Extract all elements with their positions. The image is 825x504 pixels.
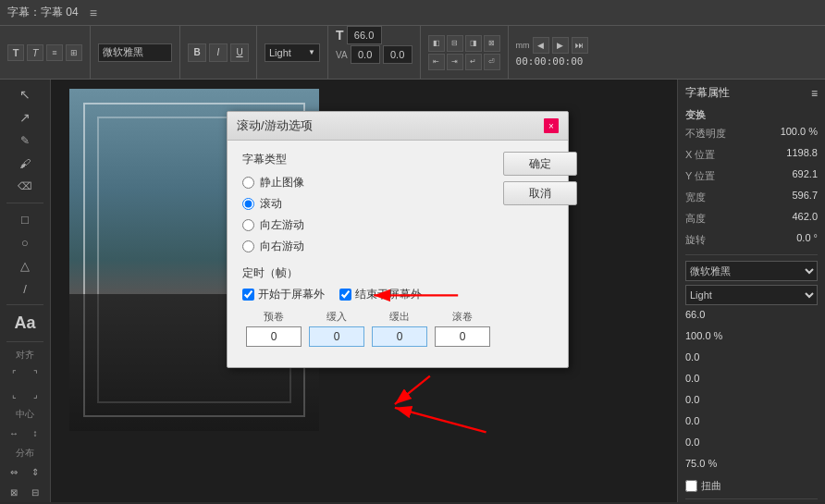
radio-crawl-right[interactable]: 向右游动 xyxy=(242,239,494,254)
center-h[interactable]: ↔ xyxy=(5,424,23,443)
postroll-label: 滚卷 xyxy=(452,310,473,324)
align-tr[interactable]: ⌝ xyxy=(26,365,44,384)
spacing-input[interactable] xyxy=(383,45,412,64)
dist-3[interactable]: ⊠ xyxy=(5,484,23,502)
radio-static[interactable]: 静止图像 xyxy=(242,175,494,191)
chevron-down-icon: ▼ xyxy=(308,48,315,56)
align-section-label: 对齐 xyxy=(16,349,34,362)
font-size-input[interactable] xyxy=(347,26,382,44)
radio-static-input[interactable] xyxy=(242,177,254,189)
start-screen-check[interactable]: 开始于屏幕外 xyxy=(242,287,325,302)
col-postroll: 滚卷 xyxy=(431,310,494,347)
easein-label: 缓入 xyxy=(326,310,347,324)
caption-type-label: 字幕类型 xyxy=(242,152,494,167)
panel-menu-icon[interactable]: ≡ xyxy=(811,87,818,100)
outdent2-icon[interactable]: ⏎ xyxy=(484,54,500,70)
right-style-select[interactable]: Light xyxy=(685,285,818,305)
easeout-input[interactable] xyxy=(372,326,427,347)
bold-button[interactable]: B xyxy=(188,43,206,62)
col-easeout: 缓出 xyxy=(368,310,431,347)
end-screen-checkbox[interactable] xyxy=(339,289,351,301)
ellipse-tool[interactable]: ○ xyxy=(10,233,40,252)
eraser-tool[interactable]: ⌫ xyxy=(10,177,40,196)
prop-01: 0.0 xyxy=(685,373,699,384)
rect-tool[interactable]: □ xyxy=(10,210,40,229)
aa-label[interactable]: Aa xyxy=(14,312,35,335)
timing-label: 定时（帧） xyxy=(242,265,494,281)
text-tool2-icon[interactable]: T xyxy=(27,44,43,61)
postroll-input[interactable] xyxy=(435,326,490,347)
preroll-label: 预卷 xyxy=(264,310,284,324)
align-center-icon[interactable]: ⊟ xyxy=(447,35,463,52)
prop-00: 0.0 xyxy=(685,351,699,363)
radio-scroll-input[interactable] xyxy=(242,198,254,210)
width-value: 596.7 xyxy=(792,190,818,201)
grid-icon[interactable]: ⊞ xyxy=(66,44,82,61)
opacity-label: 不透明度 xyxy=(685,127,726,141)
line-tool[interactable]: / xyxy=(10,279,40,299)
align-bl[interactable]: ⌞ xyxy=(5,386,23,404)
next-frame-icon[interactable]: ⏭ xyxy=(572,37,588,54)
font-name-display[interactable]: 微软雅黑 xyxy=(98,43,172,62)
align-justify-icon[interactable]: ⊠ xyxy=(484,35,500,52)
distribute-section-label: 分布 xyxy=(16,447,34,460)
align-br[interactable]: ⌟ xyxy=(26,386,44,404)
preroll-input[interactable] xyxy=(246,326,302,347)
right-percent-75: 75.0 % xyxy=(685,458,717,469)
col-easein: 缓入 xyxy=(305,310,368,347)
left-tools-panel: ↖ ↗ ✎ 🖌 ⌫ □ ○ △ / Aa 对齐 ⌜ ⌝ ⌞ ⌟ 中心 ↔ ↕ 分… xyxy=(0,80,51,502)
T-big-icon: T xyxy=(336,28,344,43)
timing-section: 定时（帧） 开始于屏幕外 结束于屏幕外 xyxy=(242,265,494,347)
font-style-label: Light xyxy=(269,47,291,58)
brush-tool[interactable]: 🖌 xyxy=(10,154,40,174)
arrow-tool[interactable]: ↗ xyxy=(10,108,40,128)
radio-scroll[interactable]: 滚动 xyxy=(242,196,494,212)
svg-line-3 xyxy=(395,408,486,433)
radio-crawl-left-input[interactable] xyxy=(242,219,254,231)
distort-checkbox[interactable] xyxy=(685,480,697,492)
italic-button[interactable]: I xyxy=(209,43,228,62)
center-v[interactable]: ↕ xyxy=(26,424,44,443)
dist-v[interactable]: ⇕ xyxy=(26,463,44,482)
indent-icon[interactable]: ⇤ xyxy=(428,54,445,70)
width-label: 宽度 xyxy=(685,191,706,204)
indent2-icon[interactable]: ⇥ xyxy=(447,54,463,70)
prev-frame-icon[interactable]: ◀ xyxy=(533,37,549,54)
align-left-icon[interactable]: ◧ xyxy=(428,35,445,52)
x-label: X 位置 xyxy=(685,148,715,162)
font-style-select[interactable]: Light ▼ xyxy=(265,43,320,62)
y-value: 692.1 xyxy=(792,168,818,179)
dist-4[interactable]: ⊟ xyxy=(26,484,44,502)
scroll-dialog[interactable]: 滚动/游动选项 × 字幕类型 静止图像 滚动 xyxy=(227,111,569,368)
dist-h[interactable]: ⇔ xyxy=(5,463,23,482)
underline-button[interactable]: U xyxy=(230,43,249,62)
cancel-button[interactable]: 取消 xyxy=(503,181,577,205)
distort-label: 扭曲 xyxy=(701,479,721,493)
right-font-select[interactable]: 微软雅黑 xyxy=(685,261,818,281)
height-label: 高度 xyxy=(685,212,706,226)
menu-icon[interactable]: ≡ xyxy=(90,6,97,20)
ok-button[interactable]: 确定 xyxy=(503,152,577,176)
end-screen-check[interactable]: 结束于屏幕外 xyxy=(339,287,422,302)
dialog-titlebar: 滚动/游动选项 × xyxy=(228,112,568,141)
text-tool-icon[interactable]: T xyxy=(7,44,24,61)
radio-crawl-left-label: 向左游动 xyxy=(260,217,304,233)
start-screen-checkbox[interactable] xyxy=(242,289,254,301)
triangle-tool[interactable]: △ xyxy=(10,256,40,276)
radio-crawl-right-input[interactable] xyxy=(242,240,254,252)
dialog-close-button[interactable]: × xyxy=(544,118,559,133)
align-tl[interactable]: ⌜ xyxy=(5,365,23,384)
align-right-icon[interactable]: ◨ xyxy=(465,35,482,52)
outdent-icon[interactable]: ↵ xyxy=(465,54,482,70)
select-tool[interactable]: ↖ xyxy=(10,85,40,104)
caption-type-group: 静止图像 滚动 向左游动 向右游动 xyxy=(242,175,494,254)
text-align-icon[interactable]: ≡ xyxy=(46,44,63,61)
pen-tool[interactable]: ✎ xyxy=(10,131,40,151)
play-icon[interactable]: ▶ xyxy=(552,37,569,54)
radio-crawl-left[interactable]: 向左游动 xyxy=(242,217,494,233)
unit-label: mm xyxy=(516,41,530,50)
va-input[interactable] xyxy=(351,45,380,64)
va-icon: VA xyxy=(336,50,348,60)
easein-input[interactable] xyxy=(309,326,364,347)
center-section-label: 中心 xyxy=(16,408,34,421)
